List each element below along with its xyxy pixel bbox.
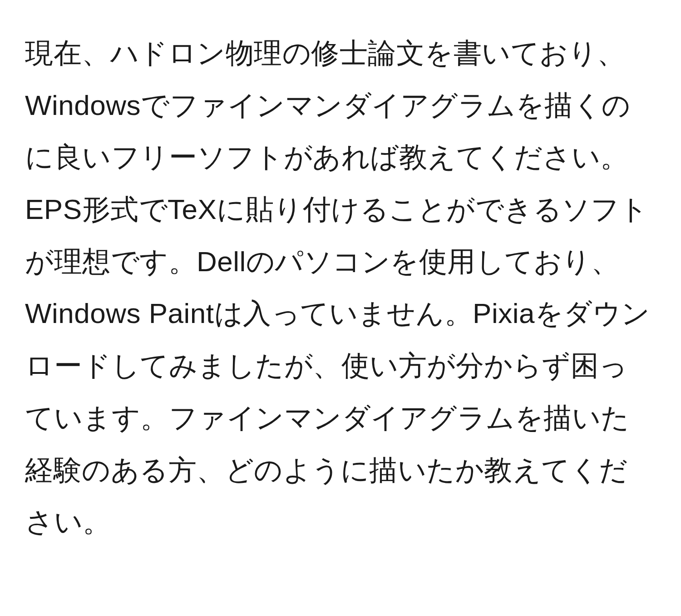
- body-paragraph: 現在、ハドロン物理の修士論文を書いており、Windowsでファインマンダイアグラ…: [25, 27, 656, 548]
